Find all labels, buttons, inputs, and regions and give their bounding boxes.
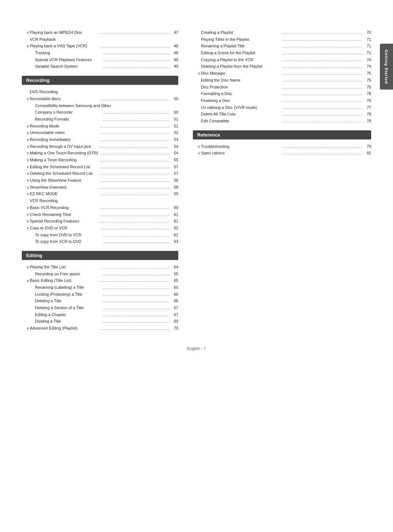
toc-bullet: v	[27, 212, 29, 218]
toc-label: Basic Editing (Title List)	[30, 277, 99, 284]
toc-line: vVariable Search System49	[22, 63, 178, 70]
toc-line: vRenaming a Playlist Title71	[193, 43, 371, 50]
toc-label: Editing the Scheduled Record List	[30, 163, 99, 170]
toc-dots	[100, 47, 170, 47]
toc-bullet: v	[27, 137, 29, 143]
toc-dots	[103, 295, 170, 296]
toc-line: vEZ REC MODE59	[22, 190, 178, 197]
toc-page: 71	[364, 36, 371, 43]
toc-bullet: v	[27, 191, 29, 197]
left-column: vPlaying back an MPEG4 Disc47vVCR Playba…	[22, 29, 178, 332]
toc-page: 62	[171, 225, 178, 232]
section-title: Editing	[22, 251, 178, 260]
toc-page: 75	[364, 77, 371, 84]
right-sections-container: ReferencevTroubleshooting79vSpeci cation…	[193, 130, 371, 157]
toc-dots	[103, 316, 170, 316]
toc-label: Playing Titles in the Playlist	[201, 36, 281, 43]
toc-page: 48	[171, 43, 178, 50]
toc-line: vUn nalising a Disc (V/VR mode)77	[193, 104, 371, 111]
toc-label: VCR Recording	[30, 197, 178, 204]
toc-dots	[100, 329, 170, 330]
toc-dots	[100, 34, 170, 34]
toc-line: vUnrecordable video52	[22, 129, 178, 136]
toc-dots	[100, 209, 170, 209]
toc-page: 65	[171, 271, 178, 277]
toc-bullet: v	[27, 29, 29, 36]
toc-label: Check Remaining Time	[30, 211, 99, 218]
toc-label: VCR Playback	[30, 36, 178, 43]
toc-line: vRenaming (Labeling) a Title65	[22, 284, 178, 291]
toc-label: Locking (Protecting) a Title	[35, 291, 102, 298]
toc-dots	[100, 147, 170, 148]
toc-line: vPlaying Titles in the Playlist71	[193, 36, 371, 43]
toc-dots	[100, 174, 170, 175]
toc-page: 48	[171, 56, 178, 63]
toc-line: vTo copy from DVD to VCR62	[22, 232, 178, 239]
toc-line: vDVD Recording	[22, 88, 178, 95]
toc-bullet: v	[27, 164, 29, 170]
toc-label: Troubleshooting	[201, 143, 281, 150]
toc-label: Playing back a VHS Tape (VCR)	[30, 43, 99, 50]
toc-dots	[103, 302, 170, 302]
toc-line: vDisc Protection75	[193, 84, 371, 91]
toc-line: vTroubleshooting79	[193, 143, 371, 150]
toc-bullet: v	[198, 70, 200, 76]
toc-page: 51	[171, 123, 178, 130]
toc-bullet: v	[27, 123, 29, 129]
toc-line: vDeleting a Playlist from the Playlist74	[193, 63, 371, 70]
toc-page: 75	[364, 84, 371, 91]
toc-label: Compatibility between Samsung and Other	[35, 102, 178, 109]
toc-page: 69	[171, 318, 178, 325]
toc-page: 67	[171, 304, 178, 311]
toc-line: vBasic VCR Recording60	[22, 204, 178, 211]
toc-label: Deleting a Title	[35, 297, 102, 304]
toc-dots	[100, 168, 170, 168]
toc-page: 65	[171, 277, 178, 284]
toc-page: 62	[171, 232, 178, 239]
toc-page: 50	[171, 95, 178, 102]
toc-line: vDividing a Title69	[22, 318, 178, 325]
section-tab: Getting Started	[380, 44, 393, 90]
toc-dots	[100, 154, 170, 154]
toc-label: Edit Compatible	[201, 118, 281, 125]
toc-page: 77	[364, 104, 371, 111]
toc-dots	[282, 147, 362, 148]
left-sections-container: RecordingvDVD RecordingvRecordable discs…	[22, 76, 178, 332]
toc-line: vVCR Recording	[22, 197, 178, 204]
toc-label: Speci cations	[201, 150, 281, 157]
toc-bullet: v	[27, 150, 29, 156]
toc-label: Un nalising a Disc (V/VR mode)	[201, 104, 281, 111]
toc-line: vSpeci cations82	[193, 150, 371, 157]
toc-dots	[282, 61, 362, 61]
toc-bullet: v	[27, 170, 29, 177]
toc-page: 57	[171, 163, 178, 170]
toc-page: 82	[364, 150, 371, 157]
toc-page: 54	[171, 150, 178, 157]
toc-line: vBasic Editing (Title List)65	[22, 277, 178, 284]
toc-label: Recording immediately	[30, 136, 99, 143]
toc-dots	[282, 95, 362, 95]
toc-bullet: v	[27, 43, 29, 49]
section-title: Reference	[193, 130, 371, 139]
toc-page: 64	[171, 264, 178, 271]
toc-line: vVCR Playback	[22, 36, 178, 43]
toc-line: vCheck Remaining Time61	[22, 211, 178, 218]
toc-bullet: v	[198, 150, 200, 156]
toc-dots	[103, 322, 170, 323]
toc-page: 60	[171, 204, 178, 211]
toc-page: 79	[364, 143, 371, 150]
toc-page: 57	[171, 170, 178, 177]
toc-label: Playing back an MPEG4 Disc	[30, 29, 99, 36]
toc-page: 58	[171, 184, 178, 191]
toc-page: 66	[171, 291, 178, 298]
toc-line: vLocking (Protecting) a Title66	[22, 291, 178, 298]
toc-label: Deleting the Scheduled Record List	[30, 170, 99, 177]
toc-page: 70	[364, 29, 371, 36]
toc-columns: vPlaying back an MPEG4 Disc47vVCR Playba…	[22, 29, 371, 332]
toc-dots	[100, 181, 170, 182]
toc-line: vDeleting a Section of a Title67	[22, 304, 178, 311]
toc-line: vCompany s Recorder50	[22, 109, 178, 116]
section: ReferencevTroubleshooting79vSpeci cation…	[193, 130, 371, 157]
toc-dots	[100, 100, 170, 100]
toc-page: 51	[171, 116, 178, 123]
